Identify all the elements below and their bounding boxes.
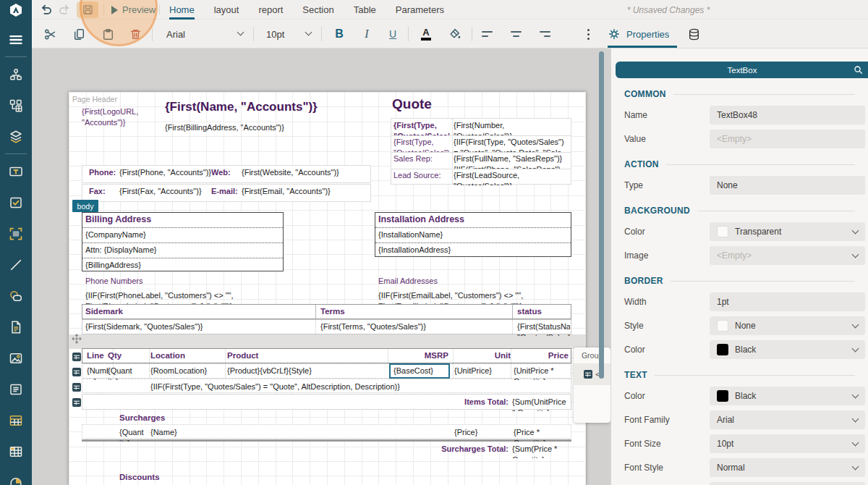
sidebar-item-textbox-tool[interactable]	[0, 156, 32, 187]
undo-button[interactable]	[39, 1, 53, 18]
report-field[interactable]: status	[517, 306, 542, 317]
report-field[interactable]: {First(Name, "Accounts")}	[165, 101, 318, 112]
property-font-family-select[interactable]: Arial	[710, 410, 865, 429]
table-row-handle-icon[interactable]	[72, 381, 81, 395]
report-field[interactable]: {First(Sidemark, "Quotes/Sales")}	[85, 321, 203, 332]
report-field[interactable]: {IIF(First(EmailLabel, "Customers") <> "…	[378, 290, 595, 304]
copy-button[interactable]	[69, 25, 88, 43]
report-field[interactable]: {Product}{vbCrLf}{Style}	[227, 366, 312, 376]
ribbon-tab-layout[interactable]: layout	[214, 0, 239, 20]
report-field[interactable]: Terms	[320, 306, 345, 317]
body-band-tag[interactable]: body	[72, 200, 98, 212]
report-field[interactable]: Quote	[392, 98, 432, 109]
report-field[interactable]: {IIF(First(Type, "Quotes/Sales") = "Quot…	[150, 381, 400, 392]
report-field[interactable]: Location	[150, 350, 185, 361]
ribbon-tab-report[interactable]: report	[258, 0, 283, 20]
align-left-button[interactable]	[477, 25, 496, 43]
group-popup[interactable]: Group <	[574, 347, 610, 423]
delete-button[interactable]	[126, 25, 145, 43]
report-field[interactable]: Email Addresses	[378, 276, 438, 287]
report-field[interactable]: {First(Type, "Quotes/Sales")}	[393, 137, 450, 152]
italic-button[interactable]: I	[357, 25, 376, 43]
table-row-handle-icon[interactable]	[72, 397, 81, 410]
font-color-button[interactable]: A	[417, 25, 435, 43]
property-font-style-select[interactable]: Normal	[710, 458, 865, 477]
report-field[interactable]: Line	[87, 350, 104, 361]
report-field[interactable]: {IIF(First(PhoneLabel, "Customers") <> "…	[85, 290, 302, 304]
report-field[interactable]: {RoomLocation}	[150, 366, 207, 376]
report-field[interactable]: {First(BillingAddress, "Accounts")}	[165, 122, 295, 133]
move-handle-icon[interactable]	[72, 334, 82, 347]
report-field[interactable]: {BaseCost}	[393, 366, 433, 376]
sidebar-item-list-tool[interactable]	[0, 374, 32, 405]
report-field[interactable]: Qty	[108, 350, 122, 361]
report-field[interactable]: E-mail:	[211, 186, 238, 197]
report-field[interactable]: {First(Phone, "Accounts")}	[119, 167, 211, 178]
sidebar-item-placeholder-tool[interactable]	[0, 218, 32, 249]
ribbon-tab-section[interactable]: Section	[302, 0, 333, 20]
report-field[interactable]: Phone Numbers	[85, 276, 143, 287]
font-family-select[interactable]: Arial	[161, 25, 247, 43]
report-field[interactable]: Sales Rep:	[393, 153, 433, 164]
report-field[interactable]: {First(Number, "Quotes/Sales")}	[454, 120, 568, 135]
report-field[interactable]: Lead Source:	[393, 170, 441, 181]
sidebar-item-line-tool[interactable]	[0, 249, 32, 280]
search-icon[interactable]	[853, 64, 864, 75]
sidebar-item-richtext-tool[interactable]	[0, 311, 32, 342]
property-width-input[interactable]: 1pt	[710, 292, 865, 311]
table-row-handle-icon[interactable]	[72, 351, 81, 364]
ribbon-tab-home[interactable]: Home	[169, 0, 195, 20]
report-field[interactable]: {Name}	[150, 427, 177, 438]
report-field[interactable]: Billing Address	[85, 214, 151, 225]
report-field[interactable]: {CompanyName}	[85, 229, 146, 240]
bold-button[interactable]: B	[330, 25, 349, 43]
sidebar-item-menu[interactable]	[0, 24, 32, 55]
report-field[interactable]: Product	[227, 350, 258, 361]
report-field[interactable]: {Sum(Price * Quantity}	[512, 444, 569, 458]
report-field[interactable]: {Sum(UnitPrice * Quantity}	[512, 397, 569, 411]
report-field[interactable]: Sidemark	[85, 306, 123, 317]
report-field[interactable]: {IIF(First(Type, "Quotes/Sales") = "Quot…	[454, 137, 569, 152]
report-field[interactable]: {Price * Quantity}	[514, 427, 569, 442]
report-field[interactable]: Phone:	[89, 167, 116, 178]
preview-button[interactable]: Preview	[111, 1, 156, 18]
property-color-select[interactable]: Black	[710, 387, 865, 405]
report-field[interactable]: {UnitPrice}	[454, 366, 492, 376]
property-font-size-select[interactable]: 10pt	[710, 434, 865, 453]
report-field[interactable]: Fax:	[89, 186, 106, 197]
property-font-weight-select[interactable]: Normal	[710, 482, 865, 485]
font-size-select[interactable]: 10pt	[260, 25, 315, 43]
report-field[interactable]: {First(Terms, "Quotes/Sales")}	[320, 321, 426, 332]
report-field[interactable]: MSRP	[391, 350, 448, 361]
report-field[interactable]: {First(StatusName, "Quotes/Sales")}	[517, 321, 570, 336]
report-field[interactable]: Discounts	[119, 472, 160, 483]
report-page[interactable]: body Page Header{First(LogoURL, "Account…	[69, 92, 586, 485]
property-image-select[interactable]: <Empty>	[710, 246, 865, 265]
report-field[interactable]: {UnitPrice * Quantity}	[514, 366, 569, 380]
report-field[interactable]: {First(FullName, "SalesReps")} {IIF(Firs…	[454, 153, 569, 169]
report-field[interactable]: {First(LeadSource, "Quotes/Sales")}	[454, 170, 569, 185]
report-field[interactable]: {BillingAddress}	[85, 260, 141, 271]
report-field[interactable]: {First(Website, "Accounts")}	[242, 167, 339, 178]
property-type-input[interactable]: None	[710, 176, 865, 195]
cut-button[interactable]	[41, 25, 59, 43]
save-button[interactable]	[77, 1, 98, 18]
sidebar-item-explorer[interactable]	[0, 59, 32, 90]
sidebar-item-image-tool[interactable]	[0, 342, 32, 374]
more-options-button[interactable]	[579, 25, 597, 43]
report-field[interactable]: Items Total:	[394, 397, 509, 408]
sidebar-item-shape-tool[interactable]	[0, 280, 32, 311]
report-field[interactable]: Web:	[211, 167, 231, 178]
fill-color-button[interactable]	[446, 25, 464, 43]
design-canvas[interactable]: body Page Header{First(LogoURL, "Account…	[32, 48, 610, 485]
report-field[interactable]: {Numb er}	[87, 366, 109, 380]
report-field[interactable]: Unit	[454, 350, 511, 361]
report-field[interactable]: {First(Email, "Accounts")}	[242, 186, 331, 197]
report-field[interactable]: {Price}	[454, 427, 477, 438]
ribbon-tab-parameters[interactable]: Parameters	[396, 0, 444, 20]
underline-button[interactable]: U	[383, 25, 402, 43]
report-field[interactable]: {Quant ity}	[119, 427, 145, 442]
report-field[interactable]: Page Header	[72, 94, 117, 105]
table-row-handle-icon[interactable]	[72, 366, 81, 379]
property-color-select[interactable]: Transparent	[710, 222, 865, 241]
